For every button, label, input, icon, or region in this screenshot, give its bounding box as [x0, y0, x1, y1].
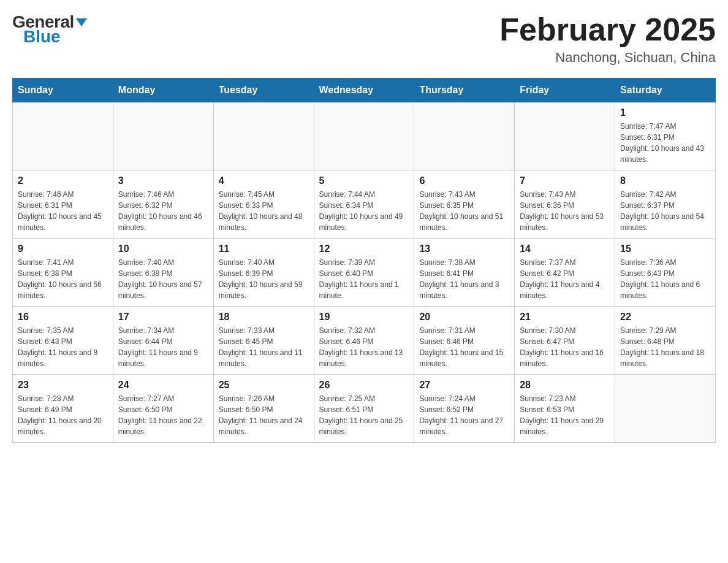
day-info: Sunrise: 7:30 AM Sunset: 6:47 PM Dayligh… [520, 325, 610, 369]
day-cell: 10Sunrise: 7:40 AM Sunset: 6:38 PM Dayli… [113, 239, 213, 307]
day-number: 27 [419, 380, 509, 391]
header-wednesday: Wednesday [314, 79, 414, 102]
day-cell [13, 102, 113, 170]
weekday-header-row: Sunday Monday Tuesday Wednesday Thursday… [13, 79, 716, 102]
day-info: Sunrise: 7:36 AM Sunset: 6:43 PM Dayligh… [620, 257, 710, 301]
day-number: 9 [18, 243, 108, 255]
header-sunday: Sunday [13, 79, 113, 102]
day-cell: 20Sunrise: 7:31 AM Sunset: 6:46 PM Dayli… [414, 307, 515, 375]
day-info: Sunrise: 7:35 AM Sunset: 6:43 PM Dayligh… [18, 325, 108, 369]
day-cell: 18Sunrise: 7:33 AM Sunset: 6:45 PM Dayli… [213, 307, 314, 375]
header-saturday: Saturday [615, 79, 716, 102]
day-info: Sunrise: 7:23 AM Sunset: 6:53 PM Dayligh… [520, 393, 610, 437]
day-number: 28 [520, 380, 610, 391]
day-number: 8 [620, 175, 710, 186]
week-row-2: 2Sunrise: 7:46 AM Sunset: 6:31 PM Daylig… [13, 170, 716, 239]
day-cell: 22Sunrise: 7:29 AM Sunset: 6:48 PM Dayli… [615, 307, 716, 375]
day-number: 26 [319, 380, 409, 391]
day-number: 4 [219, 175, 309, 186]
day-cell: 19Sunrise: 7:32 AM Sunset: 6:46 PM Dayli… [314, 307, 414, 375]
day-number: 24 [118, 380, 208, 391]
header-monday: Monday [113, 79, 213, 102]
day-cell [314, 102, 414, 170]
day-cell: 3Sunrise: 7:46 AM Sunset: 6:32 PM Daylig… [113, 170, 213, 239]
day-number: 6 [419, 175, 509, 186]
day-number: 16 [18, 312, 108, 323]
day-number: 7 [520, 175, 610, 186]
day-info: Sunrise: 7:31 AM Sunset: 6:46 PM Dayligh… [419, 325, 509, 369]
day-number: 21 [520, 312, 610, 323]
day-info: Sunrise: 7:44 AM Sunset: 6:34 PM Dayligh… [319, 189, 409, 233]
day-cell: 12Sunrise: 7:39 AM Sunset: 6:40 PM Dayli… [314, 239, 414, 307]
day-number: 10 [118, 243, 208, 255]
day-number: 20 [419, 312, 509, 323]
day-info: Sunrise: 7:28 AM Sunset: 6:49 PM Dayligh… [18, 393, 108, 437]
day-number: 2 [18, 175, 108, 186]
day-info: Sunrise: 7:39 AM Sunset: 6:40 PM Dayligh… [319, 257, 409, 301]
day-info: Sunrise: 7:40 AM Sunset: 6:39 PM Dayligh… [219, 257, 309, 301]
day-info: Sunrise: 7:29 AM Sunset: 6:48 PM Dayligh… [620, 325, 710, 369]
day-info: Sunrise: 7:34 AM Sunset: 6:44 PM Dayligh… [118, 325, 208, 369]
week-row-4: 16Sunrise: 7:35 AM Sunset: 6:43 PM Dayli… [13, 307, 716, 375]
day-number: 1 [620, 107, 710, 118]
logo: General Blue [12, 12, 87, 47]
day-info: Sunrise: 7:37 AM Sunset: 6:42 PM Dayligh… [520, 257, 610, 301]
calendar-header: Sunday Monday Tuesday Wednesday Thursday… [13, 79, 716, 102]
day-cell: 26Sunrise: 7:25 AM Sunset: 6:51 PM Dayli… [314, 375, 414, 443]
day-cell: 14Sunrise: 7:37 AM Sunset: 6:42 PM Dayli… [515, 239, 615, 307]
day-cell: 27Sunrise: 7:24 AM Sunset: 6:52 PM Dayli… [414, 375, 515, 443]
day-info: Sunrise: 7:26 AM Sunset: 6:50 PM Dayligh… [219, 393, 309, 437]
day-cell: 9Sunrise: 7:41 AM Sunset: 6:38 PM Daylig… [13, 239, 113, 307]
header-friday: Friday [515, 79, 615, 102]
day-info: Sunrise: 7:33 AM Sunset: 6:45 PM Dayligh… [219, 325, 309, 369]
day-cell: 24Sunrise: 7:27 AM Sunset: 6:50 PM Dayli… [113, 375, 213, 443]
day-cell: 5Sunrise: 7:44 AM Sunset: 6:34 PM Daylig… [314, 170, 414, 239]
day-number: 5 [319, 175, 409, 186]
day-info: Sunrise: 7:32 AM Sunset: 6:46 PM Dayligh… [319, 325, 409, 369]
day-info: Sunrise: 7:41 AM Sunset: 6:38 PM Dayligh… [18, 257, 108, 301]
day-info: Sunrise: 7:27 AM Sunset: 6:50 PM Dayligh… [118, 393, 208, 437]
logo-triangle-icon [76, 18, 87, 26]
day-number: 25 [219, 380, 309, 391]
day-number: 23 [18, 380, 108, 391]
day-number: 18 [219, 312, 309, 323]
day-number: 22 [620, 312, 710, 323]
calendar-title: February 2025 [499, 12, 716, 47]
day-cell: 25Sunrise: 7:26 AM Sunset: 6:50 PM Dayli… [213, 375, 314, 443]
day-info: Sunrise: 7:25 AM Sunset: 6:51 PM Dayligh… [319, 393, 409, 437]
day-cell: 11Sunrise: 7:40 AM Sunset: 6:39 PM Dayli… [213, 239, 314, 307]
day-cell: 17Sunrise: 7:34 AM Sunset: 6:44 PM Dayli… [113, 307, 213, 375]
day-cell: 8Sunrise: 7:42 AM Sunset: 6:37 PM Daylig… [615, 170, 716, 239]
day-cell: 16Sunrise: 7:35 AM Sunset: 6:43 PM Dayli… [13, 307, 113, 375]
day-cell: 23Sunrise: 7:28 AM Sunset: 6:49 PM Dayli… [13, 375, 113, 443]
day-cell: 15Sunrise: 7:36 AM Sunset: 6:43 PM Dayli… [615, 239, 716, 307]
page-header: General Blue February 2025 Nanchong, Sic… [12, 12, 716, 66]
day-number: 3 [118, 175, 208, 186]
day-number: 15 [620, 243, 710, 255]
week-row-3: 9Sunrise: 7:41 AM Sunset: 6:38 PM Daylig… [13, 239, 716, 307]
week-row-5: 23Sunrise: 7:28 AM Sunset: 6:49 PM Dayli… [13, 375, 716, 443]
day-cell: 21Sunrise: 7:30 AM Sunset: 6:47 PM Dayli… [515, 307, 615, 375]
day-cell: 6Sunrise: 7:43 AM Sunset: 6:35 PM Daylig… [414, 170, 515, 239]
day-info: Sunrise: 7:46 AM Sunset: 6:32 PM Dayligh… [118, 189, 208, 233]
day-cell [213, 102, 314, 170]
day-cell [615, 375, 716, 443]
day-info: Sunrise: 7:42 AM Sunset: 6:37 PM Dayligh… [620, 189, 710, 233]
day-cell [414, 102, 515, 170]
day-number: 17 [118, 312, 208, 323]
day-info: Sunrise: 7:38 AM Sunset: 6:41 PM Dayligh… [419, 257, 509, 301]
day-number: 12 [319, 243, 409, 255]
day-cell: 28Sunrise: 7:23 AM Sunset: 6:53 PM Dayli… [515, 375, 615, 443]
day-cell [515, 102, 615, 170]
day-cell: 13Sunrise: 7:38 AM Sunset: 6:41 PM Dayli… [414, 239, 515, 307]
week-row-1: 1Sunrise: 7:47 AM Sunset: 6:31 PM Daylig… [13, 102, 716, 170]
day-cell: 7Sunrise: 7:43 AM Sunset: 6:36 PM Daylig… [515, 170, 615, 239]
day-info: Sunrise: 7:40 AM Sunset: 6:38 PM Dayligh… [118, 257, 208, 301]
header-thursday: Thursday [414, 79, 515, 102]
day-cell: 1Sunrise: 7:47 AM Sunset: 6:31 PM Daylig… [615, 102, 716, 170]
day-number: 14 [520, 243, 610, 255]
day-info: Sunrise: 7:45 AM Sunset: 6:33 PM Dayligh… [219, 189, 309, 233]
day-info: Sunrise: 7:47 AM Sunset: 6:31 PM Dayligh… [620, 121, 710, 165]
day-info: Sunrise: 7:24 AM Sunset: 6:52 PM Dayligh… [419, 393, 509, 437]
calendar-body: 1Sunrise: 7:47 AM Sunset: 6:31 PM Daylig… [13, 102, 716, 443]
